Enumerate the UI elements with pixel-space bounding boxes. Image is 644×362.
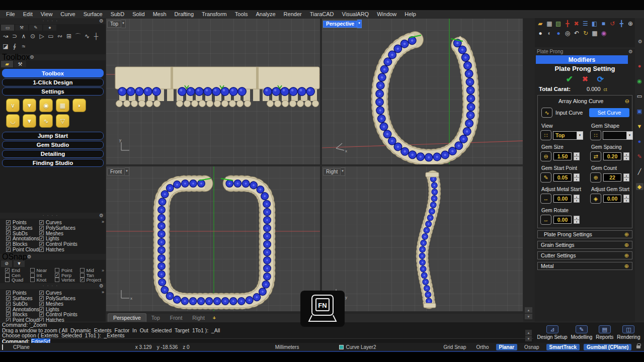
polyline-icon[interactable]: ∧ (19, 32, 28, 41)
collapse-icon[interactable]: ⊖ (625, 98, 629, 105)
filter-item-point-clouds[interactable]: ✓Point Clouds (6, 317, 38, 322)
checkbox-hatches[interactable]: ✓ (39, 247, 44, 252)
checkbox-cen[interactable] (5, 273, 10, 278)
checkbox-end[interactable]: ✓ (5, 268, 10, 273)
menu-item-file[interactable]: File (2, 10, 19, 18)
split-viewport-icon[interactable]: ▦ (590, 29, 599, 37)
spinner-adjust-metal-start[interactable]: ▴▾ (574, 195, 580, 203)
filter-item-meshes[interactable]: ✓Meshes (39, 301, 105, 307)
checkbox-knot[interactable] (30, 278, 35, 282)
input-curve-icon[interactable]: ∿ (541, 108, 552, 118)
surface-box-icon[interactable]: ◪ (1, 42, 10, 51)
spin-down-icon[interactable]: ▾ (574, 177, 580, 182)
modifiers-header[interactable]: Modifiers (536, 55, 628, 64)
wrench-tab-icon[interactable]: ⚒ (14, 61, 26, 67)
gumball-tool-icon[interactable]: ╋ (617, 19, 626, 28)
spin-up-icon[interactable]: ▴ (574, 195, 580, 199)
spinner-gem-start-point[interactable]: ▴▾ (574, 173, 580, 182)
panel-scrollbar[interactable]: ▲ ▼ (525, 307, 532, 320)
lock-icon[interactable] (636, 345, 640, 348)
filter-item-blocks[interactable]: ✓Blocks (6, 241, 38, 247)
spin-up-icon[interactable]: ▴ (574, 152, 580, 156)
viewport-tab-perspective[interactable]: Perspective (108, 313, 146, 322)
menu-item-analyze[interactable]: Analyze (252, 10, 279, 18)
checkbox-control-points[interactable]: ✓ (39, 242, 44, 246)
gear-icon[interactable]: ⚙ (99, 284, 104, 289)
button-1-click-design[interactable]: 1-Click Design (2, 78, 104, 86)
checkbox-tan[interactable] (80, 273, 85, 278)
spin-up-icon[interactable]: ▴ (574, 173, 580, 177)
style-ring-icon[interactable]: ◡ (6, 114, 20, 128)
menu-item-curve[interactable]: Curve (56, 10, 79, 18)
status-toggle-osnap[interactable]: Osnap (521, 344, 542, 350)
main-dock-tab-icon[interactable]: ▭ (1, 25, 14, 31)
draft-dock-tab-icon[interactable]: ✎ (29, 25, 42, 31)
menu-item-tools[interactable]: Tools (231, 10, 252, 18)
extrude-icon[interactable]: ■ (599, 19, 608, 28)
menu-item-surface[interactable]: Surface (79, 10, 107, 18)
zoom-window-icon[interactable]: ◎ (563, 29, 572, 37)
window-icon[interactable] (2, 344, 3, 350)
filter-panel-header[interactable]: · · · · ⚙ (0, 213, 106, 219)
style-teeth-icon[interactable]: ∿ (39, 114, 53, 128)
gem-start-point-icon[interactable]: ✎ (540, 172, 551, 183)
filter-item-hatches[interactable]: ✓Hatches (39, 247, 105, 252)
solids-icon[interactable]: ◧ (590, 19, 599, 28)
pen-icon[interactable]: ╱ (636, 168, 643, 175)
spiral-icon[interactable]: ∮ (10, 42, 19, 51)
checkbox-mid[interactable] (80, 268, 85, 273)
button-detailing[interactable]: Detailing (2, 150, 104, 158)
scroll-down-icon[interactable]: ▼ (525, 336, 532, 341)
wire-globe-icon[interactable]: ⊕ (626, 19, 635, 28)
open-file-icon[interactable]: ▰ (536, 19, 545, 28)
spin-down-icon[interactable]: ▾ (623, 156, 629, 160)
checkbox-point[interactable] (55, 268, 59, 273)
spinner-gem-count[interactable]: ▴▾ (623, 173, 629, 182)
filter-item-hatches[interactable]: ✓Hatches (39, 317, 105, 322)
checkbox-perp[interactable]: ✓ (55, 273, 59, 278)
filter-item-surfaces[interactable]: ✓Surfaces (6, 296, 38, 301)
arc-icon[interactable]: ▷ (37, 32, 46, 41)
input-gem-rotate[interactable]: 0.00 (553, 216, 572, 224)
view-dropdown[interactable]: Top ▾ (553, 131, 583, 140)
filter-item-near[interactable]: Near (30, 268, 55, 273)
gem-count-icon[interactable]: ⊕ (590, 172, 601, 183)
checkbox-annotations[interactable]: ✓ (6, 307, 11, 312)
expand-icon[interactable]: ⊕ (624, 231, 629, 238)
checkbox-surfaces[interactable]: ✓ (6, 296, 11, 301)
button-jump-start[interactable]: Jump Start (2, 132, 104, 140)
filter-item-subds[interactable]: ✓SubDs (6, 231, 38, 236)
freeform-curve-icon[interactable]: ∿ (83, 32, 92, 41)
cplane-indicator[interactable]: CPlane (13, 344, 30, 350)
section-metal[interactable]: Metal⊕ (537, 262, 632, 270)
rendered-view-icon[interactable]: ● (554, 29, 563, 37)
ghosted-view-icon[interactable]: ◐ (545, 29, 554, 37)
set-curve-button[interactable]: Set Curve (589, 108, 629, 117)
filter-item-blocks[interactable]: ✓Blocks (6, 312, 38, 317)
menu-item-view[interactable]: View (37, 10, 57, 18)
filter-item-lights[interactable]: ✓Lights (39, 307, 105, 312)
tools-dock-tab-icon[interactable]: ⚒ (15, 25, 28, 31)
checkbox-blocks[interactable]: ✓ (6, 312, 11, 317)
circle-icon[interactable]: ⊙ (28, 32, 37, 41)
viewport-top-label[interactable]: Top▾ (107, 20, 126, 28)
gem-rotate-icon[interactable]: ↔ (540, 215, 551, 225)
gear-icon[interactable]: ⚙ (628, 49, 633, 54)
scroll-down-icon[interactable]: ▼ (525, 314, 532, 319)
checkbox-project[interactable]: ✓ (80, 278, 85, 282)
offset-curve-icon[interactable]: ∾ (55, 32, 64, 41)
filter-item-subds[interactable]: ✓SubDs (6, 301, 38, 307)
filter-item-points[interactable]: ✓Points (6, 290, 38, 296)
scroll-up-icon[interactable]: ▲ (525, 307, 532, 313)
filter-item-point-clouds[interactable]: ✓Point Clouds (6, 247, 38, 252)
style-band-icon[interactable]: ▽ (56, 114, 69, 128)
viewport-perspective[interactable]: Perspective▾ (321, 18, 523, 165)
checkbox-polysurfaces[interactable]: ✓ (39, 296, 44, 301)
display-mode-icon[interactable]: ▭ (636, 93, 643, 100)
style-bail-icon[interactable]: ▼ (23, 99, 36, 112)
filter-item-polysurfaces[interactable]: ✓PolySurfaces (39, 296, 105, 301)
chevron-down-icon[interactable]: ▾ (577, 131, 583, 140)
checkbox-surfaces[interactable]: ✓ (6, 226, 11, 230)
gear-icon[interactable]: ⚙ (99, 19, 104, 24)
viewport-perspective-label[interactable]: Perspective▾ (323, 20, 362, 28)
